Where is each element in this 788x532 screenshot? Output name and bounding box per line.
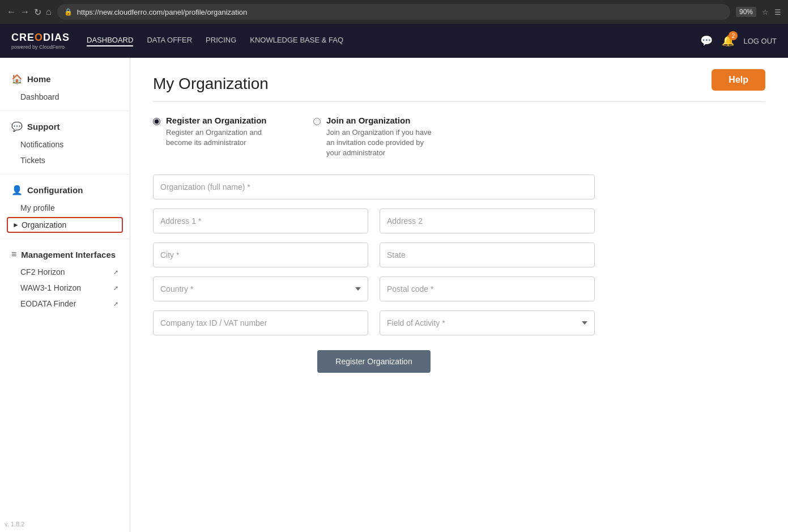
- app-header: CREODIAS powered by CloudFerro DASHBOARD…: [0, 24, 788, 58]
- sidebar-configuration[interactable]: 👤 Configuration: [0, 180, 130, 200]
- field-postal: [380, 276, 595, 301]
- postal-input[interactable]: [380, 276, 595, 301]
- header-right: 💬 🔔 2 LOG OUT: [700, 35, 777, 47]
- form-row-submit: Register Organization: [153, 344, 595, 373]
- waw3-external-icon: ➚: [113, 284, 118, 292]
- content-area: Help My Organization Register an Organiz…: [130, 58, 788, 532]
- state-input[interactable]: [380, 242, 595, 267]
- nav-pricing[interactable]: PRICING: [206, 36, 236, 46]
- url-text: https://new.cloudferro.com/panel/profile…: [77, 8, 723, 16]
- field-city: [153, 242, 368, 267]
- browser-nav[interactable]: ← → ↻ ⌂: [7, 7, 52, 18]
- sidebar-item-dashboard[interactable]: Dashboard: [0, 89, 130, 105]
- cf2-external-icon: ➚: [113, 269, 118, 276]
- org-form: Country * Field of Activity * Re: [153, 175, 595, 373]
- sidebar-mgmt-label: Management Interfaces: [21, 250, 116, 259]
- radio-register-title: Register an Organization: [166, 116, 279, 125]
- radio-register-desc: Register an Organization and become its …: [166, 127, 279, 148]
- sidebar-item-eodata[interactable]: EODATA Finder ➚: [0, 296, 130, 312]
- bookmark-icon[interactable]: ☆: [762, 8, 769, 16]
- address2-input[interactable]: [380, 208, 595, 233]
- radio-section: Register an Organization Register an Org…: [153, 116, 765, 159]
- country-select[interactable]: Country *: [153, 276, 368, 301]
- back-icon[interactable]: ←: [7, 7, 16, 17]
- sidebar-config-label: Configuration: [27, 185, 83, 195]
- form-row-orgname: [153, 175, 595, 199]
- home-sidebar-icon: 🏠: [11, 74, 23, 84]
- logo: CREODIAS powered by CloudFerro: [11, 32, 70, 50]
- home-icon[interactable]: ⌂: [46, 7, 52, 17]
- nav-knowledge[interactable]: KNOWLEDGE BASE & FAQ: [250, 36, 343, 46]
- notification-badge: 2: [729, 31, 738, 40]
- reload-icon[interactable]: ↻: [34, 7, 41, 18]
- sidebar-divider-1: [0, 110, 130, 111]
- main-layout: 🏠 Home Dashboard 💬 Support Notifications…: [0, 58, 788, 532]
- sidebar: 🏠 Home Dashboard 💬 Support Notifications…: [0, 58, 130, 532]
- nav-dashboard[interactable]: DASHBOARD: [87, 36, 133, 46]
- sidebar-item-notifications[interactable]: Notifications: [0, 137, 130, 152]
- sidebar-item-organization[interactable]: ► Organization: [7, 217, 123, 233]
- eodata-label: EODATA Finder: [20, 299, 76, 308]
- sidebar-divider-3: [0, 239, 130, 239]
- form-row-city-state: [153, 242, 595, 267]
- sidebar-management[interactable]: ≡ Management Interfaces: [0, 245, 130, 264]
- sidebar-item-tickets[interactable]: Tickets: [0, 152, 130, 168]
- form-row-country-postal: Country *: [153, 276, 595, 301]
- radio-option-join: Join an Organization Join an Organizatio…: [313, 116, 440, 159]
- sidebar-home-label: Home: [27, 74, 51, 84]
- tax-input[interactable]: [153, 310, 368, 335]
- nav-data-offer[interactable]: DATA OFFER: [147, 36, 192, 46]
- field-address1: [153, 208, 368, 233]
- field-address2: [380, 208, 595, 233]
- chat-icon[interactable]: 💬: [700, 35, 713, 47]
- myprofile-label: My profile: [20, 203, 55, 212]
- org-name-input[interactable]: [153, 175, 595, 199]
- sidebar-item-myprofile[interactable]: My profile: [0, 200, 130, 216]
- logo-sub: powered by CloudFerro: [11, 44, 65, 50]
- app-nav: DASHBOARD DATA OFFER PRICING KNOWLEDGE B…: [87, 36, 683, 46]
- notifications-label: Notifications: [20, 140, 63, 149]
- dashboard-label: Dashboard: [20, 92, 59, 101]
- city-input[interactable]: [153, 242, 368, 267]
- radio-join-desc: Join an Organization if you have an invi…: [326, 127, 440, 159]
- version-label: v. 1.8.2: [5, 521, 24, 527]
- field-country: Country *: [153, 276, 368, 301]
- logout-button[interactable]: LOG OUT: [743, 37, 777, 45]
- help-button[interactable]: Help: [712, 69, 765, 91]
- sidebar-support-label: Support: [27, 122, 60, 131]
- field-activity: Field of Activity *: [380, 310, 595, 335]
- sidebar-divider-2: [0, 174, 130, 175]
- sidebar-support[interactable]: 💬 Support: [0, 117, 130, 137]
- radio-join[interactable]: [313, 118, 321, 125]
- register-org-button[interactable]: Register Organization: [317, 350, 430, 373]
- field-activity-select[interactable]: Field of Activity *: [380, 310, 595, 335]
- forward-icon[interactable]: →: [20, 7, 29, 17]
- extensions-icon[interactable]: ☰: [774, 8, 781, 16]
- url-bar[interactable]: 🔒 https://new.cloudferro.com/panel/profi…: [57, 4, 730, 20]
- logo-text: CREODIAS: [11, 32, 70, 44]
- zoom-level: 90%: [736, 7, 756, 17]
- support-icon: 💬: [11, 121, 23, 132]
- radio-register[interactable]: [153, 118, 160, 125]
- field-org-name: [153, 175, 595, 199]
- chevron-right-icon: ►: [12, 221, 19, 229]
- browser-bar: ← → ↻ ⌂ 🔒 https://new.cloudferro.com/pan…: [0, 0, 788, 24]
- organization-label: Organization: [22, 220, 66, 229]
- radio-option-register: Register an Organization Register an Org…: [153, 116, 279, 159]
- waw3-label: WAW3-1 Horizon: [20, 283, 81, 292]
- config-icon: 👤: [11, 185, 23, 195]
- mgmt-icon: ≡: [11, 249, 16, 259]
- cf2-label: CF2 Horizon: [20, 267, 65, 276]
- address1-input[interactable]: [153, 208, 368, 233]
- form-row-address: [153, 208, 595, 233]
- eodata-external-icon: ➚: [113, 300, 118, 308]
- radio-join-labels: Join an Organization Join an Organizatio…: [326, 116, 440, 159]
- lock-icon: 🔒: [64, 8, 73, 16]
- sidebar-item-cf2[interactable]: CF2 Horizon ➚: [0, 264, 130, 280]
- sidebar-item-waw3[interactable]: WAW3-1 Horizon ➚: [0, 280, 130, 296]
- notification-bell[interactable]: 🔔 2: [722, 35, 734, 47]
- field-tax: [153, 310, 368, 335]
- field-state: [380, 242, 595, 267]
- radio-register-labels: Register an Organization Register an Org…: [166, 116, 279, 148]
- sidebar-home[interactable]: 🏠 Home: [0, 69, 130, 89]
